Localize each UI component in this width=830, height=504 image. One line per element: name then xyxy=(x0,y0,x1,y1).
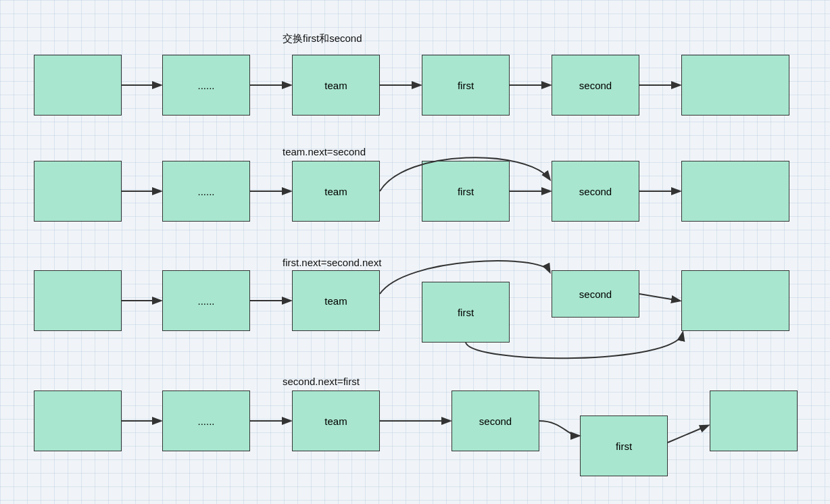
r1n6 xyxy=(681,55,789,116)
r2n6 xyxy=(681,161,789,222)
r1n1 xyxy=(34,55,122,116)
r4n1 xyxy=(34,390,122,451)
r3n2: ...... xyxy=(162,270,250,331)
r2n2: ...... xyxy=(162,161,250,222)
r3n1 xyxy=(34,270,122,331)
r3n5: second xyxy=(552,270,639,318)
r3n6 xyxy=(681,270,789,331)
row3-label: first.next=second.next xyxy=(283,257,381,268)
r2n1 xyxy=(34,161,122,222)
diagram-container: ...... team first second 交换first和second … xyxy=(0,0,830,504)
r4n3: team xyxy=(292,390,380,451)
svg-line-11 xyxy=(639,294,679,301)
r4n4: second xyxy=(451,390,539,451)
r1n5: second xyxy=(552,55,639,116)
row4-label: second.next=first xyxy=(283,376,360,387)
r2n4: first xyxy=(422,161,510,222)
r1n2: ...... xyxy=(162,55,250,116)
r2n5: second xyxy=(552,161,639,222)
r3n4: first xyxy=(422,282,510,343)
row2-label: team.next=second xyxy=(283,146,366,157)
r4n6 xyxy=(710,390,798,451)
svg-line-15 xyxy=(668,426,708,443)
r2n3: team xyxy=(292,161,380,222)
r1n3: team xyxy=(292,55,380,116)
row1-label: 交换first和second xyxy=(283,32,362,45)
r4n2: ...... xyxy=(162,390,250,451)
r3n3: team xyxy=(292,270,380,331)
r4n5: first xyxy=(580,415,668,476)
r1n4: first xyxy=(422,55,510,116)
